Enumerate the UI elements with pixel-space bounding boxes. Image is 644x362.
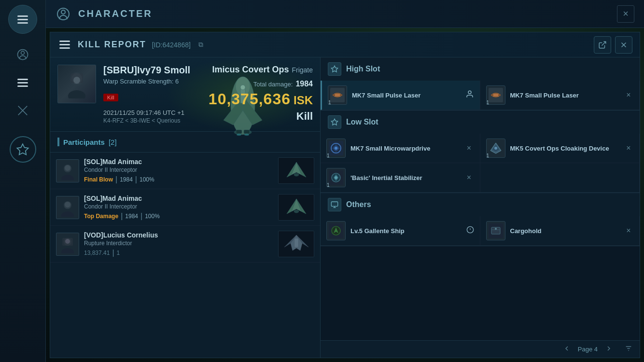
svg-point-34: [294, 173, 299, 176]
prev-page-button[interactable]: [563, 345, 571, 354]
victim-stat: Warp Scramble Strength: 6: [103, 78, 190, 85]
participant-ship: Condor II Interceptor: [84, 167, 273, 173]
slot-item-icon: 1: [328, 85, 347, 105]
victim-timestamp: 2021/11/25 09:17:46 UTC +1: [103, 109, 190, 116]
svg-point-89: [495, 228, 497, 230]
svg-point-74: [494, 147, 497, 150]
info-icon[interactable]: [466, 226, 474, 236]
kill-tag: Kill: [103, 94, 118, 101]
list-item[interactable]: 1 MK7 Small Microwarpdrive ×: [321, 134, 480, 163]
svg-rect-57: [340, 94, 342, 96]
participant-percent: 1: [117, 250, 120, 256]
svg-point-77: [335, 176, 337, 179]
main-panel: CHARACTER × KILL REPORT [ID:6424868] ⧉: [46, 0, 644, 362]
export-button[interactable]: [594, 36, 611, 54]
svg-rect-18: [236, 130, 242, 134]
close-kr-button[interactable]: [615, 36, 632, 54]
others-title: Others: [346, 200, 371, 209]
slot-item-name: Lv.5 Gallente Ship: [350, 227, 405, 235]
kill-report-panel: KILL REPORT [ID:6424868] ⧉: [50, 32, 640, 358]
page-label: Page 4: [578, 346, 598, 353]
participants-list: [SOL]Mad Animac Condor II Interceptor Fi…: [50, 153, 320, 358]
svg-point-1: [21, 51, 25, 55]
slot-item-icon: 1: [486, 139, 505, 158]
sidebar-item-menu2[interactable]: [6, 70, 40, 95]
participant-name: [SOL]Mad Animac: [84, 195, 273, 202]
sidebar-item-character[interactable]: [6, 42, 40, 67]
participant-ship: Condor II Interceptor: [84, 203, 273, 210]
remove-icon[interactable]: ×: [624, 90, 633, 100]
slot-item-icon: 1: [326, 139, 346, 158]
remove-icon[interactable]: ×: [624, 143, 633, 153]
slot-item-count: 1: [487, 100, 490, 105]
sidebar-menu-button[interactable]: [8, 5, 37, 34]
slot-item-name: MK7 Small Microwarpdrive: [350, 145, 430, 152]
slot-item-name: MK5 Covert Ops Cloaking Device: [510, 145, 609, 152]
list-item[interactable]: Cargohold ×: [480, 216, 640, 246]
table-row[interactable]: [SOL]Mad Animac Condor II Interceptor Fi…: [50, 153, 320, 189]
participant-info: [SOL]Mad Animac Condor II Interceptor To…: [84, 195, 273, 221]
svg-line-7: [602, 42, 606, 45]
character-icon: [56, 6, 71, 22]
remove-icon[interactable]: ×: [624, 226, 633, 236]
participant-info: [VOD]Lucius Cornelius Rupture Interdicto…: [84, 231, 273, 257]
kr-header-actions: [594, 36, 632, 54]
sidebar-item-combat[interactable]: [6, 98, 40, 123]
filter-button[interactable]: [625, 345, 632, 354]
list-item[interactable]: Lv.5 Gallente Ship: [321, 216, 480, 246]
sidebar: [0, 0, 46, 362]
total-damage-value: 1984: [295, 80, 313, 88]
svg-point-6: [61, 10, 65, 14]
low-slot-icon: [328, 115, 341, 129]
remove-icon[interactable]: ×: [464, 143, 474, 153]
participant-badge: Final Blow: [84, 176, 113, 183]
participant-damage: 1984: [125, 213, 138, 220]
victim-info: [SBRU]Ivy79 Smoll Warp Scramble Strength…: [103, 65, 190, 124]
table-row[interactable]: [VOD]Lucius Cornelius Rupture Interdicto…: [50, 226, 320, 263]
participants-indicator: [57, 138, 59, 146]
slot-item-count: 1: [327, 153, 330, 158]
low-slot-section: Low Slot: [321, 111, 640, 193]
sidebar-badge[interactable]: [10, 136, 36, 163]
avatar: [56, 196, 79, 219]
table-row[interactable]: [SOL]Mad Animac Condor II Interceptor To…: [50, 189, 320, 226]
svg-rect-61: [492, 94, 499, 97]
svg-point-21: [244, 134, 249, 136]
svg-point-30: [65, 165, 70, 171]
list-item[interactable]: 1 MK7 Small Pulse Laser ×: [480, 81, 640, 110]
svg-rect-56: [333, 94, 335, 96]
slot-item-name: Cargohold: [510, 227, 542, 235]
list-item[interactable]: 1 'Basic' Inertial Stabilizer ×: [321, 163, 480, 193]
slot-item-icon: 1: [326, 168, 346, 187]
person-icon[interactable]: [465, 90, 474, 100]
kr-menu-button[interactable]: [57, 38, 72, 52]
svg-marker-4: [17, 144, 28, 154]
others-icon: [328, 198, 341, 211]
low-slot-items: 1 MK7 Small Microwarpdrive ×: [321, 134, 640, 193]
participant-badge: Top Damage: [84, 213, 118, 220]
high-slot-items: 1 MK7 Small Pulse Laser: [321, 81, 640, 110]
avatar: [56, 159, 79, 182]
next-page-button[interactable]: [605, 345, 613, 354]
participant-percent: 100%: [140, 176, 154, 183]
svg-marker-52: [331, 66, 337, 72]
slot-item-count: 1: [328, 100, 331, 105]
participant-ship: Rupture Interdictor: [84, 240, 273, 247]
remove-icon[interactable]: ×: [464, 173, 474, 182]
close-button[interactable]: ×: [617, 5, 634, 23]
participant-name: [SOL]Mad Animac: [84, 158, 273, 166]
kill-report-title: KILL REPORT: [78, 40, 146, 50]
low-slot-header: Low Slot: [321, 111, 640, 134]
copy-icon[interactable]: ⧉: [198, 41, 203, 49]
others-items: Lv.5 Gallente Ship: [321, 216, 640, 246]
list-item[interactable]: 1 MK7 Small Pulse Laser: [321, 81, 480, 110]
list-item: [480, 163, 640, 193]
victim-section: [SBRU]Ivy79 Smoll Warp Scramble Strength…: [50, 57, 320, 132]
svg-rect-51: [294, 238, 298, 247]
participant-info: [SOL]Mad Animac Condor II Interceptor Fi…: [84, 158, 273, 184]
victim-avatar: [57, 65, 96, 103]
others-section: Others: [321, 193, 640, 246]
ship-name: Imicus Covert Ops: [212, 65, 289, 75]
slot-item-name: MK7 Small Pulse Laser: [352, 92, 420, 99]
list-item[interactable]: 1 MK5 Covert Ops Cloaking Device ×: [480, 134, 640, 163]
